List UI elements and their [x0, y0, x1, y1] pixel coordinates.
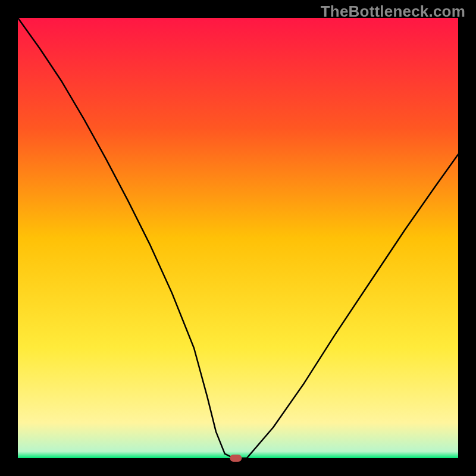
plot-area	[18, 18, 458, 458]
chart-stage: TheBottleneck.com	[0, 0, 476, 476]
watermark-label: TheBottleneck.com	[321, 2, 465, 21]
optimal-marker	[230, 455, 242, 462]
bottleneck-chart	[0, 0, 476, 476]
